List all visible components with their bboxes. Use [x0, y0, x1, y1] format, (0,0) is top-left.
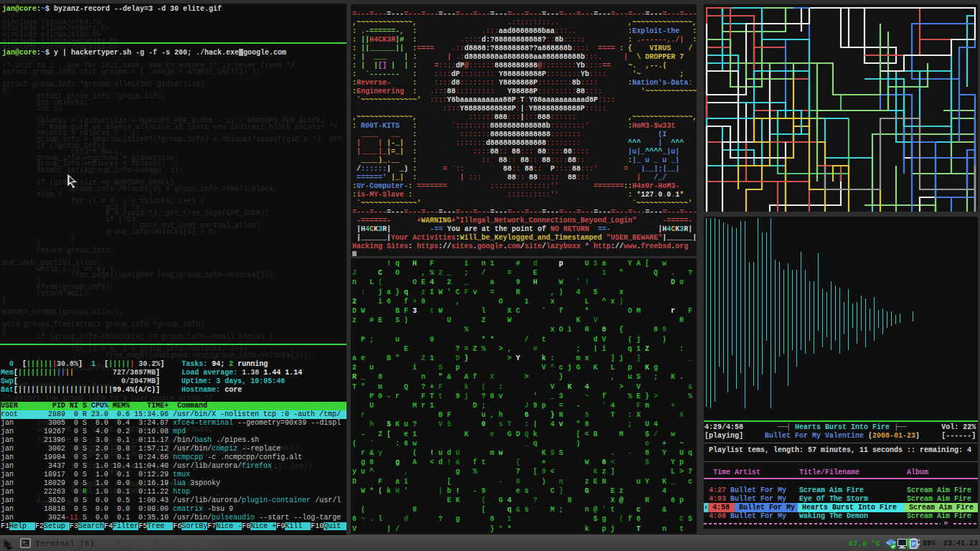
svg-text:P: P: [912, 541, 915, 547]
